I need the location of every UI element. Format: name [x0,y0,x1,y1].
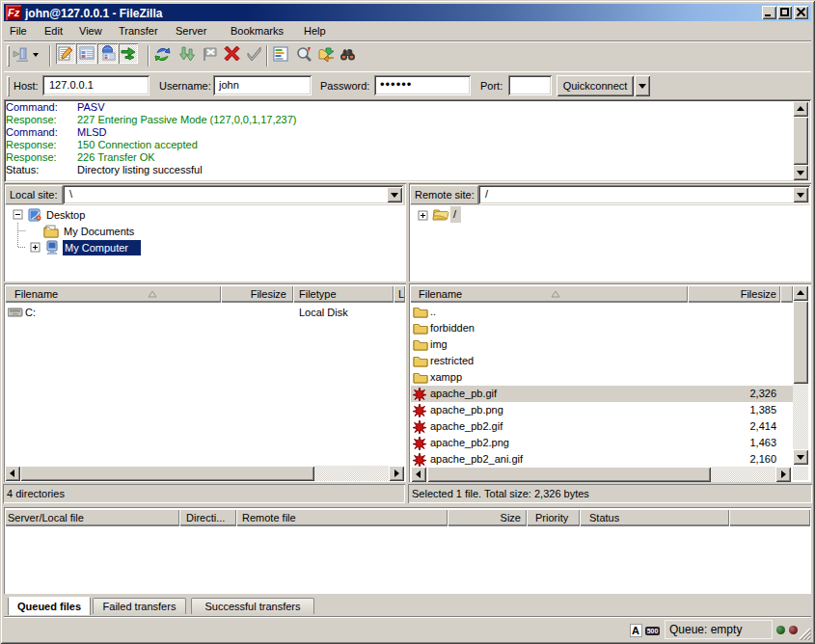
svg-text:Fz: Fz [8,7,20,18]
